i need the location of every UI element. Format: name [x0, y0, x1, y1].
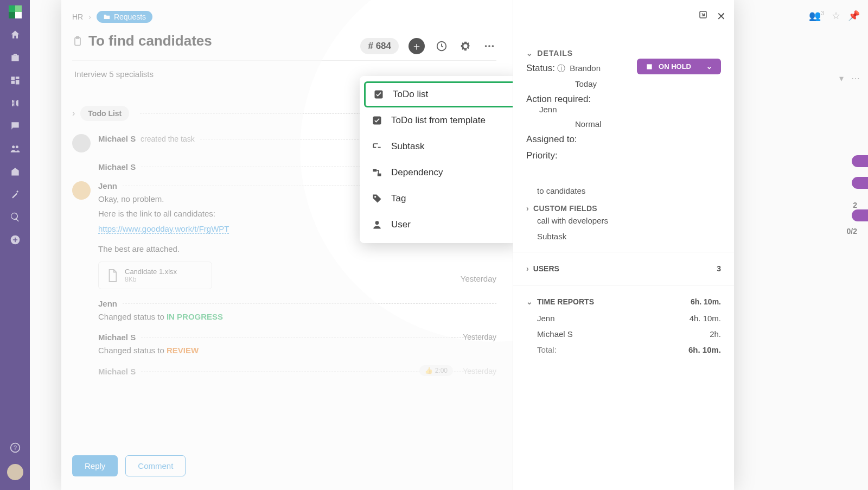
gear-icon[interactable]	[458, 39, 473, 53]
svg-rect-12	[373, 169, 377, 171]
more-icon[interactable]: ⋯	[851, 73, 860, 84]
comment-button[interactable]: Comment	[125, 455, 186, 476]
user-avatar[interactable]	[7, 464, 23, 480]
bg-count: 2	[853, 201, 857, 209]
candidates-link[interactable]: https://www.goodday.work/t/FrgWPT	[98, 224, 229, 234]
avatar	[72, 134, 91, 152]
task-title: To find candidates	[88, 33, 212, 49]
app-logo	[9, 5, 22, 18]
user-icon	[372, 219, 382, 230]
time-reports-section[interactable]: ⌄TIME REPORTS 6h. 10m.	[526, 293, 721, 310]
checkbox-icon	[372, 115, 382, 126]
bg-badge	[852, 177, 868, 189]
todo-chip[interactable]: Todo List	[80, 106, 129, 121]
org-icon[interactable]	[9, 165, 22, 178]
user-name: Michael S	[98, 367, 136, 376]
runtime-pill: 👍 2:00	[419, 365, 453, 376]
checkbox-icon	[373, 89, 384, 100]
link-candidates[interactable]: to candidates	[526, 183, 721, 199]
timestamp: Yesterday	[461, 274, 496, 283]
user-name: Jenn	[98, 299, 117, 308]
star-icon[interactable]: ☆	[832, 10, 840, 22]
bg-count: 0/2	[847, 227, 857, 236]
svg-point-8	[488, 45, 490, 47]
breadcrumb-folder[interactable]: Requests	[97, 11, 152, 23]
bg-badge	[852, 209, 868, 221]
action-bar: Reply Comment	[72, 448, 496, 476]
status-dropdown[interactable]: ON HOLD ⌄	[637, 59, 721, 74]
breadcrumb-root[interactable]: HR	[72, 12, 83, 21]
file-icon	[106, 269, 118, 283]
subtask-label: Subtask	[526, 228, 721, 244]
search-icon[interactable]	[9, 211, 22, 224]
dd-dependency[interactable]: Dependency	[360, 160, 513, 186]
svg-point-9	[492, 45, 494, 47]
dd-user[interactable]: User	[360, 212, 513, 238]
add-icon[interactable]	[9, 233, 22, 246]
bg-badge	[852, 155, 868, 167]
users-section[interactable]: ›USERS 3	[526, 260, 721, 277]
task-detail-panel: ⌄DETAILS ON HOLD ⌄ Status: ⓘ Brandon Tod…	[513, 0, 734, 490]
link-call[interactable]: call with developers	[526, 213, 721, 228]
details-header[interactable]: ⌄DETAILS	[526, 49, 721, 58]
user-name: Michael S	[98, 333, 136, 342]
clock-icon[interactable]	[435, 39, 449, 53]
people-icon[interactable]	[9, 142, 22, 155]
dependency-icon	[372, 167, 382, 178]
pin-icon[interactable]: 📌	[848, 10, 860, 22]
dd-todo-template[interactable]: ToDo list from template	[360, 107, 513, 133]
svg-text:?: ?	[13, 444, 16, 451]
breadcrumb: HR › Requests	[72, 11, 496, 23]
attachment[interactable]: Candidate 1.xlsx8Kb	[98, 262, 212, 289]
task-modal: ✕ HR › Requests To find candidates Inter…	[61, 0, 734, 490]
svg-rect-16	[647, 64, 652, 69]
bg-top-icons: 👥3 ☆ 📌	[809, 10, 860, 22]
subtask-icon	[372, 141, 382, 152]
app-rail: ?	[0, 0, 30, 490]
svg-point-7	[485, 45, 487, 47]
dd-tag[interactable]: Tag	[360, 186, 513, 212]
task-main: HR › Requests To find candidates Intervi…	[61, 0, 513, 490]
custom-fields-header[interactable]: ›CUSTOM FIELDS	[526, 204, 721, 213]
chevron-right-icon: ›	[72, 109, 75, 118]
dd-subtask[interactable]: Subtask	[360, 133, 513, 160]
avatar	[72, 181, 91, 200]
board-icon[interactable]	[9, 74, 22, 87]
svg-point-14	[374, 196, 376, 198]
user-name: Michael S	[98, 162, 136, 171]
timestamp: Yesterday	[463, 367, 496, 376]
task-toolbar: # 684 ＋	[360, 38, 496, 54]
home-icon[interactable]	[9, 28, 22, 41]
filter-icon[interactable]: ▾	[839, 73, 844, 84]
magic-icon[interactable]	[9, 188, 22, 201]
timestamp: Yesterday	[463, 333, 496, 341]
bg-filter-icons: ▾ ⋯	[839, 73, 860, 84]
user-name: Jenn	[98, 181, 117, 190]
add-dropdown: ToDo list ToDo list from template Subtas…	[360, 76, 513, 243]
people-icon[interactable]: 👥3	[809, 10, 824, 22]
user-name: Michael S	[98, 134, 136, 143]
clipboard-icon	[72, 36, 83, 47]
tag-icon	[372, 193, 382, 204]
task-id-badge: # 684	[360, 38, 399, 54]
more-icon[interactable]	[482, 39, 496, 53]
svg-point-15	[375, 221, 379, 225]
help-icon[interactable]: ?	[9, 441, 22, 454]
chat-icon[interactable]	[9, 119, 22, 132]
plus-icon[interactable]: ＋	[409, 38, 425, 54]
backlog-icon[interactable]	[9, 97, 22, 110]
dd-todo-list[interactable]: ToDo list	[364, 81, 513, 107]
chevron-right-icon: ›	[88, 12, 91, 21]
reply-button[interactable]: Reply	[72, 455, 118, 476]
briefcase-icon[interactable]	[9, 51, 22, 64]
